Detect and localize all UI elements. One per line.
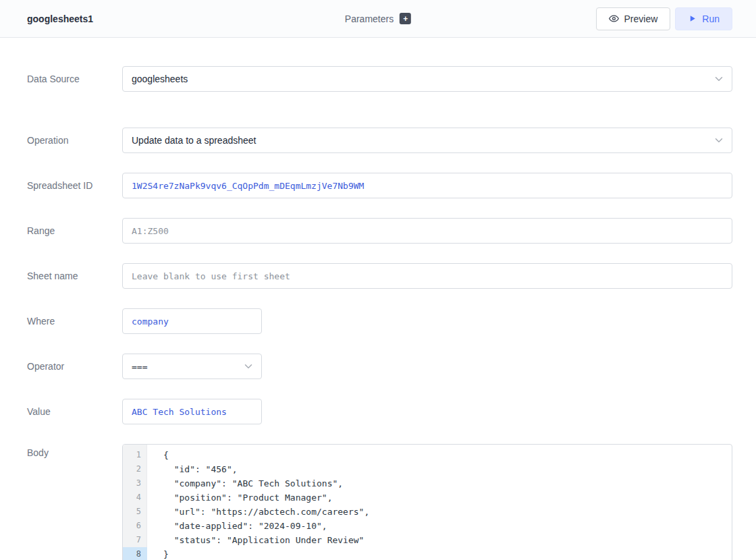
value-label: Value [27,399,122,424]
field-row-data-source: Data Source googlesheets [27,66,732,92]
chevron-down-icon [242,360,254,372]
query-title: googlesheets1 [27,13,93,24]
code-line: } [147,547,169,560]
chevron-down-icon [713,134,725,146]
data-source-label: Data Source [27,66,122,92]
code-line-row: 1 { [123,448,732,462]
code-line-row: 3 "company": "ABC Tech Solutions", [123,476,732,491]
parameters-label: Parameters [345,13,394,24]
range-label: Range [27,218,122,244]
field-row-spreadsheet-id: Spreadsheet ID [27,173,732,198]
operator-select[interactable]: === [122,354,262,379]
code-line-number: 3 [123,476,147,491]
add-parameter-button[interactable]: + [400,13,411,24]
run-button-label: Run [702,13,720,24]
plus-icon: + [403,15,408,23]
operation-label: Operation [27,128,122,153]
code-line-row: 6 "date-applied": "2024-09-10", [123,519,732,533]
code-line-row: 4 "position": "Product Manager", [123,491,732,505]
preview-button[interactable]: Preview [596,7,671,30]
operator-value: === [132,362,147,372]
body-code-editor[interactable]: 1 { 2 "id": "456", 3 "company": "ABC Tec… [122,444,732,560]
code-line-number: 7 [123,533,147,547]
code-line: "position": "Product Manager", [147,491,332,505]
range-input[interactable] [122,218,732,244]
code-line-row: 7 "status": "Application Under Review" [123,533,732,547]
operator-label: Operator [27,354,122,379]
operation-value: Update data to a spreadsheet [132,135,256,146]
code-line: "status": "Application Under Review" [147,533,364,547]
field-row-range: Range [27,218,732,244]
field-row-where: Where [27,308,732,334]
field-row-sheet-name: Sheet name [27,263,732,289]
query-editor-panel: googlesheets1 Parameters + Preview Run [0,0,756,560]
chevron-down-icon [713,73,725,85]
data-source-value: googlesheets [132,74,188,84]
spreadsheet-id-label: Spreadsheet ID [27,173,122,198]
code-line-number: 6 [123,519,147,533]
code-line: "id": "456", [147,462,238,476]
eye-icon [609,13,619,24]
code-line: { [147,448,169,462]
code-line-number: 1 [123,448,147,462]
code-line-row: 2 "id": "456", [123,462,732,476]
parameters-section: Parameters + [345,13,411,24]
code-line: "date-applied": "2024-09-10", [147,519,327,533]
code-line-row: 5 "url": "https://abctech.com/careers", [123,505,732,519]
preview-button-label: Preview [624,13,658,24]
code-line-row: 8 } [123,547,732,560]
field-row-operator: Operator === [27,354,732,379]
operation-select[interactable]: Update data to a spreadsheet [122,128,732,153]
query-form: Data Source googlesheets Operation Updat… [0,38,756,560]
sheet-name-input[interactable] [122,263,732,289]
where-label: Where [27,308,122,334]
sheet-name-label: Sheet name [27,263,122,289]
field-row-value: Value [27,399,732,424]
code-line-number: 5 [123,505,147,519]
code-line-number-active: 8 [123,547,147,560]
topbar-left: googlesheets1 [27,13,93,25]
code-line-number: 4 [123,491,147,505]
run-button[interactable]: Run [675,7,732,30]
topbar: googlesheets1 Parameters + Preview Run [0,0,756,38]
play-icon [688,14,697,23]
code-line-number: 2 [123,462,147,476]
topbar-actions: Preview Run [596,7,732,30]
field-row-body: Body 1 { 2 "id": "456", 3 "company": "AB… [27,444,732,560]
code-line: "url": "https://abctech.com/careers", [147,505,369,519]
body-label: Body [27,444,122,560]
spreadsheet-id-input[interactable] [122,173,732,198]
value-input[interactable] [122,399,262,424]
data-source-select[interactable]: googlesheets [122,66,732,92]
where-input[interactable] [122,308,262,334]
field-row-operation: Operation Update data to a spreadsheet [27,128,732,153]
code-line: "company": "ABC Tech Solutions", [147,476,343,491]
